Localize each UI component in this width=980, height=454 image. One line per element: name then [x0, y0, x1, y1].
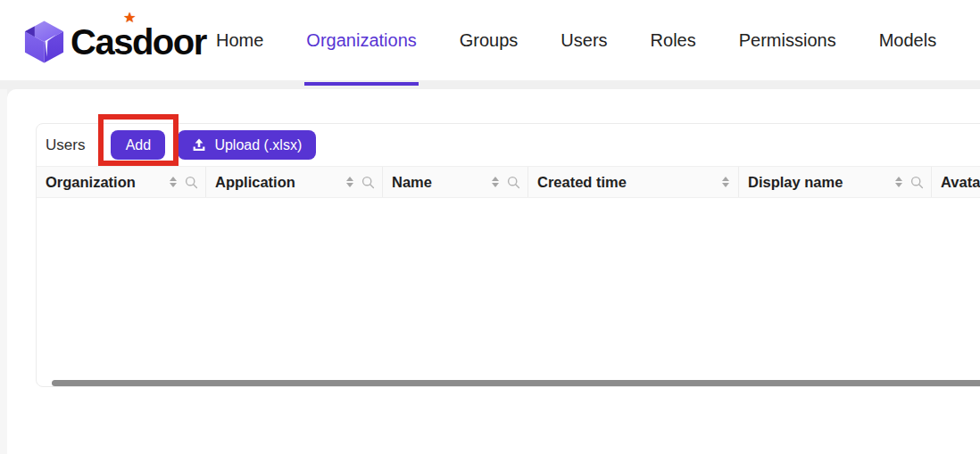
column-header-avatar: Avatar — [932, 167, 980, 197]
column-label: Name — [392, 174, 432, 191]
caret-down-icon — [170, 183, 177, 187]
column-header-name[interactable]: Name — [383, 167, 528, 197]
nav-item-models[interactable]: Models — [879, 0, 936, 80]
search-icon[interactable] — [507, 176, 520, 189]
nav-item-groups[interactable]: Groups — [460, 0, 519, 80]
table-header-row: OrganizationApplicationNameCreated timeD… — [37, 166, 980, 198]
sort-carets-icon — [720, 177, 731, 187]
casdoor-logo[interactable]: Casdoor ★ — [23, 19, 206, 65]
nav-item-label: Home — [216, 30, 263, 51]
caret-down-icon — [492, 183, 499, 187]
upload-button-label: Upload (.xlsx) — [214, 137, 302, 153]
app-header: Casdoor ★ HomeOrganizationsGroupsUsersRo… — [0, 0, 980, 80]
column-label: Avatar — [941, 174, 980, 191]
upload-icon — [192, 138, 206, 153]
sort-carets-icon — [490, 177, 501, 187]
nav-item-label: Groups — [460, 30, 519, 51]
search-icon[interactable] — [361, 176, 375, 189]
nav-item-label: Users — [561, 30, 607, 51]
caret-down-icon — [895, 183, 902, 187]
horizontal-scrollbar[interactable] — [52, 380, 980, 386]
add-button[interactable]: Add — [111, 130, 165, 160]
column-header-organization[interactable]: Organization — [37, 167, 206, 197]
brand-name: Casdoor — [71, 19, 206, 65]
sort-carets-icon — [893, 177, 904, 187]
table-body-empty — [37, 198, 980, 381]
header-divider-band — [0, 80, 980, 89]
nav-item-users[interactable]: Users — [561, 0, 607, 80]
column-label: Display name — [748, 174, 843, 191]
sort-carets-icon — [168, 177, 179, 187]
column-label: Application — [215, 174, 295, 191]
column-header-created-time[interactable]: Created time — [528, 167, 739, 197]
nav-item-permissions[interactable]: Permissions — [739, 0, 836, 80]
nav-item-home[interactable]: Home — [216, 0, 263, 80]
upload-button[interactable]: Upload (.xlsx) — [178, 130, 316, 160]
column-label: Created time — [537, 174, 627, 191]
caret-up-icon — [895, 177, 902, 181]
active-tab-underline — [304, 82, 418, 86]
page-left-margin — [0, 89, 7, 454]
caret-up-icon — [722, 177, 729, 181]
caret-down-icon — [722, 183, 729, 187]
caret-up-icon — [170, 177, 177, 181]
cube-icon — [23, 20, 65, 64]
column-label: Organization — [46, 174, 136, 191]
star-icon: ★ — [123, 11, 136, 25]
sort-carets-icon — [345, 177, 355, 187]
nav-item-label: Models — [879, 30, 936, 51]
caret-up-icon — [492, 177, 499, 181]
caret-up-icon — [346, 177, 353, 181]
nav-item-label: Organizations — [306, 30, 416, 51]
nav-item-label: Permissions — [739, 30, 836, 51]
table-title: Users — [46, 136, 85, 154]
search-icon[interactable] — [910, 176, 924, 189]
main-nav: HomeOrganizationsGroupsUsersRolesPermiss… — [216, 0, 936, 80]
users-table-card: Users Add Upload (.xlsx) OrganizationApp… — [36, 123, 980, 387]
caret-down-icon — [346, 183, 353, 187]
nav-item-label: Roles — [651, 30, 696, 51]
column-header-display-name[interactable]: Display name — [739, 167, 932, 197]
table-toolbar: Users Add Upload (.xlsx) — [37, 124, 980, 166]
nav-item-organizations[interactable]: Organizations — [306, 0, 416, 80]
nav-item-roles[interactable]: Roles — [651, 0, 696, 80]
search-icon[interactable] — [185, 176, 198, 189]
column-header-application[interactable]: Application — [206, 167, 383, 197]
